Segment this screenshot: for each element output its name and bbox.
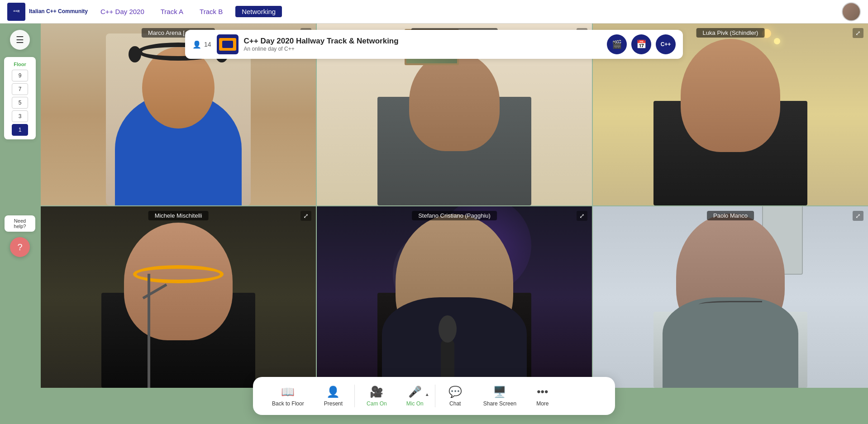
brand: ++it Italian C++ Community <box>7 3 88 21</box>
floor-num-9[interactable]: 9 <box>12 70 28 81</box>
participants-count: 👤 14 <box>192 40 211 49</box>
expand-btn-michele[interactable]: ⤢ <box>300 211 311 221</box>
chat-label: Chat <box>449 400 461 407</box>
cam-on-btn[interactable]: 🎥 Cam On <box>357 386 397 407</box>
help-button[interactable]: ? <box>10 237 30 257</box>
expand-btn-luka[interactable]: ⤢ <box>853 28 863 38</box>
video-header-btn[interactable]: 🎬 <box>607 34 627 54</box>
person-icon: 👤 <box>192 40 201 49</box>
video-cell-paolo: Paolo Manco ⤢ <box>593 206 868 388</box>
room-subtitle: An online day of C++ <box>244 46 601 52</box>
video-cell-stefano: Stefano Cristiano (Pagghiu) ⤢ <box>317 206 592 388</box>
nav-link-cppday[interactable]: C++ Day 2020 <box>97 6 148 17</box>
chat-btn[interactable]: 💬 Chat <box>437 386 473 407</box>
floor-label: Floor <box>14 61 26 68</box>
nav-link-trackb[interactable]: Track B <box>196 6 226 17</box>
mic-on-label: Mic On <box>406 400 424 407</box>
left-sidebar: ☰ Floor 9 7 5 3 1 Need help? ? <box>0 24 40 424</box>
need-help-bubble[interactable]: Need help? <box>5 215 35 232</box>
user-avatar[interactable] <box>842 2 861 21</box>
video-label-michele: Michele Mischitelli <box>148 211 209 220</box>
back-floor-icon: 📖 <box>281 386 295 398</box>
video-label-luka: Luka Pivk (Schindler) <box>696 28 765 38</box>
cam-on-label: Cam On <box>367 400 387 407</box>
video-label-stefano: Stefano Cristiano (Pagghiu) <box>412 211 497 220</box>
video-grid: Marco Arena [++it staff] ⤢ Lorenzo Rizze… <box>41 24 868 388</box>
present-label: Present <box>324 400 343 407</box>
video-cell-michele: Michele Mischitelli ⤢ <box>41 206 316 388</box>
video-label-paolo: Paolo Manco <box>707 211 754 220</box>
nav-link-networking[interactable]: Networking <box>235 6 282 17</box>
share-screen-icon: 🖥️ <box>493 386 506 398</box>
more-btn[interactable]: ••• More <box>526 386 558 407</box>
floor-panel: Floor 9 7 5 3 1 <box>4 57 36 139</box>
floor-num-3[interactable]: 3 <box>12 110 28 122</box>
mic-icon: 🎤 <box>408 386 422 398</box>
brand-logo: ++it <box>7 3 25 21</box>
mic-arrow-icon[interactable]: ▲ <box>425 392 429 397</box>
cam-icon: 🎥 <box>370 386 383 398</box>
floor-num-1[interactable]: 1 <box>12 124 28 136</box>
header-actions: 🎬 📅 C++ <box>607 34 676 54</box>
floor-num-7[interactable]: 7 <box>12 83 28 95</box>
more-label: More <box>536 400 548 407</box>
chat-icon: 💬 <box>448 386 462 398</box>
back-to-floor-label: Back to Floor <box>272 400 304 407</box>
mic-on-btn[interactable]: 🎤 Mic On ▲ <box>397 386 433 407</box>
present-icon: 👤 <box>326 386 340 398</box>
top-nav: ++it Italian C++ Community C++ Day 2020 … <box>0 0 868 24</box>
toolbar-divider-1 <box>354 385 355 407</box>
share-screen-label: Share Screen <box>483 400 516 407</box>
bottom-toolbar: 📖 Back to Floor 👤 Present 🎥 Cam On 🎤 Mic… <box>253 377 615 415</box>
more-icon: ••• <box>537 386 548 398</box>
room-header: 👤 14 C++ Day 2020 Hallway Track & Networ… <box>185 30 683 59</box>
present-btn[interactable]: 👤 Present <box>314 386 353 407</box>
menu-button[interactable]: ☰ <box>10 30 30 50</box>
calendar-header-btn[interactable]: 📅 <box>631 34 651 54</box>
room-info: C++ Day 2020 Hallway Track & Networking … <box>244 37 601 52</box>
floor-num-5[interactable]: 5 <box>12 97 28 109</box>
main-area: 🌿 🌿 🌿 ☰ Floor 9 7 5 3 1 Need help? ? 👤 1… <box>0 24 868 424</box>
room-title: C++ Day 2020 Hallway Track & Networking <box>244 37 601 46</box>
back-to-floor-btn[interactable]: 📖 Back to Floor <box>262 386 314 407</box>
share-screen-btn[interactable]: 🖥️ Share Screen <box>473 386 526 407</box>
expand-btn-paolo[interactable]: ⤢ <box>853 211 863 221</box>
cpp-logo-btn[interactable]: C++ <box>656 34 676 54</box>
expand-btn-stefano[interactable]: ⤢ <box>577 211 587 221</box>
brand-name: Italian C++ Community <box>29 8 88 15</box>
toolbar-divider-2 <box>435 385 435 407</box>
nav-link-tracka[interactable]: Track A <box>157 6 187 17</box>
hamburger-icon: ☰ <box>16 34 24 45</box>
participant-number: 14 <box>204 41 211 48</box>
question-icon: ? <box>17 242 22 252</box>
room-thumbnail <box>217 34 238 54</box>
